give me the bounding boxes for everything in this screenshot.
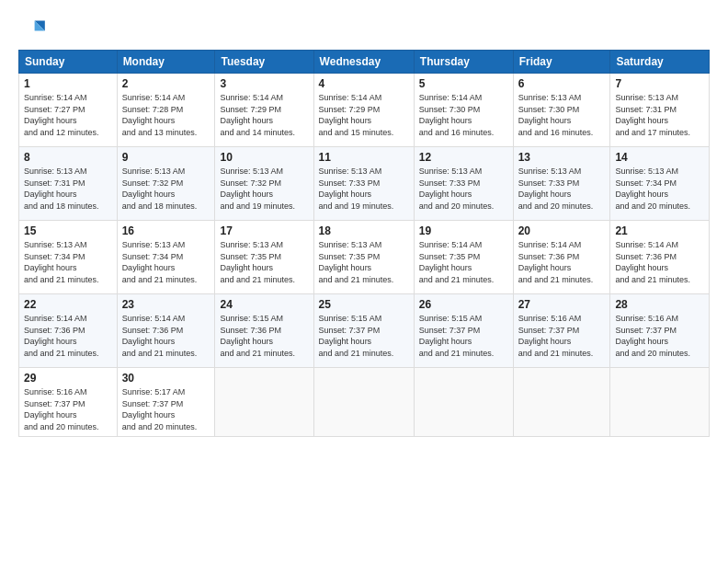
day-info: Sunrise: 5:13 AM Sunset: 7:31 PM Dayligh… bbox=[24, 166, 112, 212]
day-info: Sunrise: 5:15 AM Sunset: 7:37 PM Dayligh… bbox=[319, 313, 409, 359]
calendar-cell: 25 Sunrise: 5:15 AM Sunset: 7:37 PM Dayl… bbox=[313, 294, 414, 368]
daylight-value: and and 20 minutes. bbox=[122, 422, 198, 431]
sunrise-label: Sunrise: 5:14 AM bbox=[122, 314, 186, 323]
day-info: Sunrise: 5:13 AM Sunset: 7:31 PM Dayligh… bbox=[615, 92, 704, 138]
day-number: 3 bbox=[220, 77, 308, 90]
sunset-label: Sunset: 7:34 PM bbox=[122, 252, 184, 261]
sunrise-label: Sunrise: 5:14 AM bbox=[24, 93, 87, 102]
day-info: Sunrise: 5:14 AM Sunset: 7:36 PM Dayligh… bbox=[518, 239, 606, 285]
sunset-label: Sunset: 7:28 PM bbox=[122, 105, 184, 114]
calendar-cell: 26 Sunrise: 5:15 AM Sunset: 7:37 PM Dayl… bbox=[414, 294, 513, 368]
calendar-cell: 6 Sunrise: 5:13 AM Sunset: 7:30 PM Dayli… bbox=[513, 74, 610, 147]
daylight-label: Daylight hours bbox=[122, 190, 176, 199]
day-number: 6 bbox=[518, 77, 606, 90]
sunset-label: Sunset: 7:35 PM bbox=[319, 252, 381, 261]
sunrise-label: Sunrise: 5:13 AM bbox=[319, 167, 382, 176]
daylight-value: and and 18 minutes. bbox=[24, 201, 99, 211]
daylight-label: Daylight hours bbox=[319, 263, 372, 272]
calendar-cell: 12 Sunrise: 5:13 AM Sunset: 7:33 PM Dayl… bbox=[414, 147, 513, 221]
sunset-label: Sunset: 7:29 PM bbox=[319, 105, 381, 114]
day-number: 5 bbox=[419, 77, 508, 90]
day-info: Sunrise: 5:14 AM Sunset: 7:28 PM Dayligh… bbox=[122, 92, 210, 138]
day-number: 30 bbox=[122, 372, 210, 385]
day-info: Sunrise: 5:13 AM Sunset: 7:32 PM Dayligh… bbox=[220, 166, 308, 212]
sunrise-label: Sunrise: 5:13 AM bbox=[24, 240, 87, 249]
day-info: Sunrise: 5:16 AM Sunset: 7:37 PM Dayligh… bbox=[615, 313, 704, 359]
day-info: Sunrise: 5:14 AM Sunset: 7:27 PM Dayligh… bbox=[24, 92, 112, 138]
day-number: 23 bbox=[122, 298, 210, 311]
daylight-label: Daylight hours bbox=[122, 410, 176, 419]
calendar-cell: 15 Sunrise: 5:13 AM Sunset: 7:34 PM Dayl… bbox=[19, 221, 118, 294]
calendar-cell: 23 Sunrise: 5:14 AM Sunset: 7:36 PM Dayl… bbox=[117, 294, 215, 368]
calendar-cell: 20 Sunrise: 5:14 AM Sunset: 7:36 PM Dayl… bbox=[513, 221, 610, 294]
sunset-label: Sunset: 7:27 PM bbox=[24, 105, 85, 114]
calendar-cell bbox=[313, 368, 414, 437]
sunrise-label: Sunrise: 5:13 AM bbox=[122, 240, 186, 249]
sunset-label: Sunset: 7:37 PM bbox=[518, 326, 580, 335]
day-info: Sunrise: 5:13 AM Sunset: 7:33 PM Dayligh… bbox=[518, 166, 606, 212]
daylight-label: Daylight hours bbox=[24, 337, 77, 346]
calendar-cell: 2 Sunrise: 5:14 AM Sunset: 7:28 PM Dayli… bbox=[117, 74, 215, 147]
calendar-cell: 7 Sunrise: 5:13 AM Sunset: 7:31 PM Dayli… bbox=[610, 74, 710, 147]
daylight-value: and and 21 minutes. bbox=[122, 275, 198, 284]
daylight-label: Daylight hours bbox=[615, 337, 668, 346]
daylight-label: Daylight hours bbox=[24, 410, 77, 419]
day-number: 12 bbox=[419, 151, 508, 164]
calendar-cell: 29 Sunrise: 5:16 AM Sunset: 7:37 PM Dayl… bbox=[19, 368, 118, 437]
day-info: Sunrise: 5:13 AM Sunset: 7:34 PM Dayligh… bbox=[24, 239, 112, 285]
day-info: Sunrise: 5:14 AM Sunset: 7:29 PM Dayligh… bbox=[220, 92, 308, 138]
daylight-value: and and 21 minutes. bbox=[518, 349, 594, 358]
calendar-cell: 24 Sunrise: 5:15 AM Sunset: 7:36 PM Dayl… bbox=[215, 294, 313, 368]
daylight-label: Daylight hours bbox=[518, 116, 572, 125]
day-number: 20 bbox=[518, 224, 606, 237]
daylight-label: Daylight hours bbox=[518, 337, 572, 346]
daylight-label: Daylight hours bbox=[419, 190, 472, 199]
day-info: Sunrise: 5:13 AM Sunset: 7:33 PM Dayligh… bbox=[319, 166, 409, 212]
daylight-value: and and 21 minutes. bbox=[220, 275, 295, 284]
sunrise-label: Sunrise: 5:14 AM bbox=[122, 93, 186, 102]
day-number: 24 bbox=[220, 298, 308, 311]
calendar-cell: 22 Sunrise: 5:14 AM Sunset: 7:36 PM Dayl… bbox=[19, 294, 118, 368]
sunset-label: Sunset: 7:31 PM bbox=[615, 105, 677, 114]
week-row-3: 15 Sunrise: 5:13 AM Sunset: 7:34 PM Dayl… bbox=[19, 221, 710, 294]
daylight-label: Daylight hours bbox=[319, 116, 372, 125]
weekday-friday: Friday bbox=[513, 51, 610, 74]
sunset-label: Sunset: 7:36 PM bbox=[220, 326, 281, 335]
daylight-label: Daylight hours bbox=[615, 263, 668, 272]
daylight-value: and and 16 minutes. bbox=[518, 128, 594, 137]
day-number: 29 bbox=[24, 372, 112, 385]
daylight-label: Daylight hours bbox=[319, 190, 372, 199]
calendar-cell: 30 Sunrise: 5:17 AM Sunset: 7:37 PM Dayl… bbox=[117, 368, 215, 437]
week-row-4: 22 Sunrise: 5:14 AM Sunset: 7:36 PM Dayl… bbox=[19, 294, 710, 368]
calendar-cell: 28 Sunrise: 5:16 AM Sunset: 7:37 PM Dayl… bbox=[610, 294, 710, 368]
day-number: 28 bbox=[615, 298, 704, 311]
sunset-label: Sunset: 7:30 PM bbox=[419, 105, 481, 114]
calendar-cell: 10 Sunrise: 5:13 AM Sunset: 7:32 PM Dayl… bbox=[215, 147, 313, 221]
day-number: 16 bbox=[122, 224, 210, 237]
calendar-cell bbox=[414, 368, 513, 437]
sunset-label: Sunset: 7:37 PM bbox=[615, 326, 677, 335]
daylight-value: and and 19 minutes. bbox=[220, 201, 295, 211]
sunrise-label: Sunrise: 5:13 AM bbox=[419, 167, 483, 176]
day-info: Sunrise: 5:13 AM Sunset: 7:35 PM Dayligh… bbox=[220, 239, 308, 285]
calendar: SundayMondayTuesdayWednesdayThursdayFrid… bbox=[18, 50, 710, 437]
daylight-value: and and 18 minutes. bbox=[122, 201, 198, 211]
sunrise-label: Sunrise: 5:13 AM bbox=[220, 240, 283, 249]
daylight-value: and and 20 minutes. bbox=[615, 201, 690, 211]
daylight-label: Daylight hours bbox=[220, 190, 273, 199]
sunrise-label: Sunrise: 5:13 AM bbox=[615, 167, 678, 176]
logo-icon bbox=[18, 15, 48, 44]
day-number: 14 bbox=[615, 151, 704, 164]
daylight-label: Daylight hours bbox=[615, 116, 668, 125]
sunrise-label: Sunrise: 5:14 AM bbox=[615, 240, 678, 249]
day-info: Sunrise: 5:14 AM Sunset: 7:35 PM Dayligh… bbox=[419, 239, 508, 285]
day-info: Sunrise: 5:14 AM Sunset: 7:29 PM Dayligh… bbox=[319, 92, 409, 138]
day-info: Sunrise: 5:16 AM Sunset: 7:37 PM Dayligh… bbox=[24, 386, 112, 432]
daylight-value: and and 20 minutes. bbox=[518, 201, 594, 211]
daylight-value: and and 21 minutes. bbox=[122, 349, 198, 358]
calendar-cell: 17 Sunrise: 5:13 AM Sunset: 7:35 PM Dayl… bbox=[215, 221, 313, 294]
sunrise-label: Sunrise: 5:14 AM bbox=[419, 240, 483, 249]
day-info: Sunrise: 5:13 AM Sunset: 7:33 PM Dayligh… bbox=[419, 166, 508, 212]
daylight-value: and and 21 minutes. bbox=[24, 275, 99, 284]
calendar-cell: 16 Sunrise: 5:13 AM Sunset: 7:34 PM Dayl… bbox=[117, 221, 215, 294]
